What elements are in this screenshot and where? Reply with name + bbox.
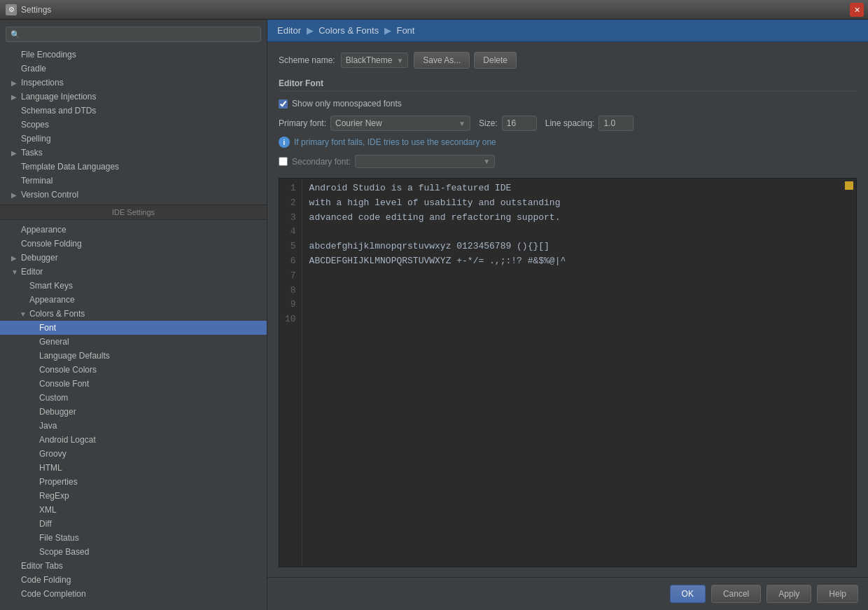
line-num: 8 (285, 284, 296, 298)
sidebar-item-label: XML (39, 505, 57, 515)
sidebar-item-label: File Encodings (21, 50, 76, 60)
ide-settings-header: IDE Settings (0, 205, 267, 220)
sidebar-item-html[interactable]: HTML (0, 461, 267, 475)
sidebar-item-language-defaults[interactable]: Language Defaults (0, 349, 267, 363)
sidebar-item-label: Java (39, 421, 57, 431)
sidebar-item-console-font[interactable]: Console Font (0, 377, 267, 391)
sidebar-item-editor[interactable]: ▼ Editor (0, 265, 267, 279)
line-num: 3 (285, 211, 296, 226)
sidebar-item-label: Colors & Fonts (29, 309, 85, 319)
info-text: If primary font fails, IDE tries to use … (294, 137, 496, 147)
secondary-font-dropdown-icon: ▼ (483, 158, 490, 165)
save-as-button[interactable]: Save As... (414, 52, 470, 69)
main-container: 🔍 File Encodings Gradle ▶ Inspections ▶ … (0, 20, 868, 610)
sidebar-item-inspections[interactable]: ▶ Inspections (0, 76, 267, 90)
sidebar-item-editor-tabs[interactable]: Editor Tabs (0, 559, 267, 573)
preview-area: 1 2 3 4 5 6 7 8 9 10 Android Studio is a… (279, 178, 857, 567)
sidebar-item-label: Version Control (21, 190, 78, 200)
sidebar-item-custom[interactable]: Custom (0, 391, 267, 405)
apply-button[interactable]: Apply (766, 585, 811, 603)
sidebar-item-colors-fonts[interactable]: ▼ Colors & Fonts (0, 307, 267, 321)
sidebar-item-scopes[interactable]: Scopes (0, 118, 267, 132)
sidebar-item-console-colors[interactable]: Console Colors (0, 363, 267, 377)
sidebar-item-version-control[interactable]: ▶ Version Control (0, 188, 267, 202)
sidebar-item-label: RegExp (39, 491, 69, 501)
line-num: 5 (285, 240, 296, 254)
sidebar-item-smart-keys[interactable]: Smart Keys (0, 279, 267, 293)
sidebar-item-schemas-dtds[interactable]: Schemas and DTDs (0, 104, 267, 118)
sidebar-item-android-logcat[interactable]: Android Logcat (0, 433, 267, 447)
sidebar-item-font[interactable]: Font (0, 321, 267, 335)
sidebar-item-groovy[interactable]: Groovy (0, 447, 267, 461)
bottom-bar: OK Cancel Apply Help (267, 577, 868, 610)
sidebar-item-debugger[interactable]: ▶ Debugger (0, 251, 267, 265)
secondary-font-checkbox[interactable] (279, 157, 288, 166)
sidebar-item-general[interactable]: General (0, 335, 267, 349)
search-input[interactable] (23, 29, 256, 39)
primary-font-select[interactable]: Courier New ▼ (330, 116, 470, 131)
sidebar-item-code-folding[interactable]: Code Folding (0, 573, 267, 587)
sidebar-item-diff[interactable]: Diff (0, 517, 267, 531)
sidebar-item-regexp[interactable]: RegExp (0, 489, 267, 503)
sidebar-item-label: Editor (21, 267, 43, 277)
line-spacing-input[interactable]: 1.0 (598, 116, 634, 131)
sidebar-item-console-folding[interactable]: Console Folding (0, 237, 267, 251)
sidebar-item-gradle[interactable]: Gradle (0, 62, 267, 76)
close-button[interactable]: ✕ (850, 3, 864, 17)
sidebar-item-label: General (39, 337, 69, 347)
sidebar-item-appearance[interactable]: Appearance (0, 223, 267, 237)
right-panel: Editor ▶ Colors & Fonts ▶ Font Scheme na… (267, 20, 868, 610)
sidebar-item-file-encodings[interactable]: File Encodings (0, 48, 267, 62)
sidebar-item-debugger-colors[interactable]: Debugger (0, 405, 267, 419)
breadcrumb-separator: ▶ (307, 25, 314, 36)
line-num: 7 (285, 269, 296, 284)
expand-icon: ▶ (11, 254, 20, 262)
sidebar-item-label: Debugger (39, 407, 76, 417)
sidebar-item-code-completion[interactable]: Code Completion (0, 587, 267, 601)
scheme-select[interactable]: BlackTheme ▼ (341, 53, 409, 68)
sidebar-item-label: File Status (39, 533, 79, 543)
sidebar-item-xml[interactable]: XML (0, 503, 267, 517)
expand-icon: ▼ (11, 268, 20, 276)
sidebar-item-label: Code Folding (21, 575, 71, 585)
sidebar-item-label: Groovy (39, 449, 66, 459)
line-num: 1 (285, 181, 296, 196)
search-box[interactable]: 🔍 (6, 27, 261, 42)
sidebar-item-label: Console Colors (39, 365, 97, 375)
sidebar-item-label: Font (39, 323, 56, 333)
scheme-label: Scheme name: (279, 55, 335, 65)
secondary-font-select[interactable]: ▼ (355, 155, 495, 168)
line-num: 9 (285, 298, 296, 312)
help-button[interactable]: Help (817, 585, 858, 603)
size-input[interactable]: 16 (502, 116, 537, 131)
titlebar-title: Settings (21, 5, 51, 15)
sidebar-item-java[interactable]: Java (0, 419, 267, 433)
editor-font-title: Editor Font (279, 78, 857, 92)
scheme-value: BlackTheme (346, 55, 393, 65)
sidebar-item-terminal[interactable]: Terminal (0, 174, 267, 188)
sidebar-item-tasks[interactable]: ▶ Tasks (0, 146, 267, 160)
sidebar-item-label: Custom (39, 393, 68, 403)
monospaced-checkbox[interactable] (279, 99, 288, 109)
expand-icon: ▶ (11, 191, 20, 199)
search-icon: 🔍 (10, 30, 20, 39)
sidebar-item-label: Appearance (21, 225, 66, 235)
sidebar-item-file-status[interactable]: File Status (0, 531, 267, 545)
cancel-button[interactable]: Cancel (711, 585, 761, 603)
sidebar-item-label: Gradle (21, 64, 46, 74)
sidebar-item-spelling[interactable]: Spelling (0, 132, 267, 146)
sidebar-item-label: Tasks (21, 148, 43, 158)
sidebar-item-label: Scopes (21, 120, 49, 130)
sidebar-item-template-data[interactable]: Template Data Languages (0, 160, 267, 174)
expand-icon: ▶ (11, 79, 20, 87)
delete-button[interactable]: Delete (474, 52, 517, 69)
sidebar-item-properties[interactable]: Properties (0, 475, 267, 489)
sidebar-item-label: HTML (39, 463, 62, 473)
sidebar-item-label: Language Defaults (39, 351, 110, 361)
ok-button[interactable]: OK (670, 585, 706, 603)
sidebar-item-scope-based[interactable]: Scope Based (0, 545, 267, 559)
sidebar-item-language-injections[interactable]: ▶ Language Injections (0, 90, 267, 104)
sidebar-item-label: Terminal (21, 176, 52, 186)
sidebar-item-label: Language Injections (21, 92, 96, 102)
sidebar-item-editor-appearance[interactable]: Appearance (0, 293, 267, 307)
